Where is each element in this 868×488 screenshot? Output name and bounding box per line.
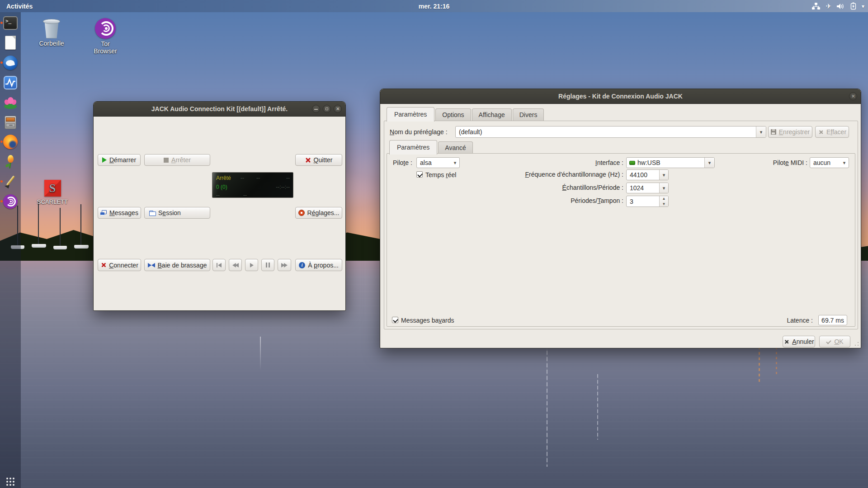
midi-driver-value: aucun bbox=[810, 159, 840, 166]
airplane-mode-icon: ✈ bbox=[826, 3, 831, 9]
messages-button[interactable]: Messages bbox=[98, 207, 141, 219]
status-display: Arrêté -- -- -- 0 (0) --:--:-- -- -- bbox=[212, 172, 293, 198]
trash-icon bbox=[42, 18, 61, 40]
transport-rewind-button[interactable] bbox=[229, 259, 242, 271]
patchbay-button[interactable]: Baie de brassage bbox=[144, 259, 210, 271]
maximize-button[interactable] bbox=[323, 105, 331, 113]
tab-divers[interactable]: Divers bbox=[513, 108, 544, 121]
realtime-checkbox[interactable] bbox=[416, 171, 423, 178]
ok-button[interactable]: OK bbox=[819, 336, 850, 347]
running-indicator bbox=[0, 61, 3, 64]
stop-button[interactable]: Arrêter bbox=[144, 154, 210, 166]
session-folder-icon bbox=[149, 211, 156, 216]
interface-label: Interface : bbox=[569, 159, 623, 166]
show-applications-button[interactable] bbox=[6, 478, 14, 486]
periods-spinbox[interactable]: 3 ▲ ▼ bbox=[626, 196, 669, 207]
chevron-down-icon[interactable]: ▾ bbox=[704, 158, 714, 168]
tab-affichage[interactable]: Affichage bbox=[472, 108, 512, 121]
dock-item-lotus-app[interactable] bbox=[3, 95, 18, 110]
quit-button[interactable]: Quitter bbox=[295, 154, 342, 166]
frames-label: Échantillons/Période : bbox=[502, 184, 623, 191]
close-button[interactable]: × bbox=[849, 92, 857, 100]
sailboat-mast bbox=[38, 201, 39, 246]
lotus-icon bbox=[3, 95, 18, 110]
dock-item-file-cabinet[interactable] bbox=[3, 115, 18, 130]
jack-window-titlebar[interactable]: JACK Audio Connection Kit [(default)] Ar… bbox=[94, 102, 345, 117]
scarlett-label: SCARLETT bbox=[36, 198, 69, 205]
transport-skip-backward-button[interactable] bbox=[212, 259, 226, 271]
tor-label-line2: Browser bbox=[89, 47, 122, 55]
desktop-icon-trash[interactable]: Corbeille bbox=[33, 18, 70, 47]
dock-item-terminal[interactable]: >_ bbox=[3, 16, 18, 30]
chevron-down-icon[interactable]: ▾ bbox=[451, 158, 459, 168]
subtab-parametres[interactable]: Paramètres bbox=[389, 140, 437, 155]
transport-fast-forward-button[interactable] bbox=[278, 259, 291, 271]
transport-play-button[interactable] bbox=[245, 259, 258, 271]
frames-select[interactable]: 1024 ▾ bbox=[626, 183, 669, 193]
boat-hull bbox=[53, 246, 67, 249]
desktop-icon-scarlett[interactable]: S SCARLETT bbox=[36, 180, 69, 205]
chevron-down-icon[interactable]: ▾ bbox=[659, 170, 668, 180]
chevron-down-icon[interactable]: ▾ bbox=[659, 183, 668, 193]
settings-button[interactable]: Réglages... bbox=[295, 207, 342, 219]
subtab-avance[interactable]: Avancé bbox=[438, 141, 472, 154]
tab-options[interactable]: Options bbox=[435, 108, 471, 121]
messages-button-label: Messages bbox=[109, 209, 138, 216]
periods-value: 3 bbox=[627, 196, 659, 206]
transport-pause-button[interactable] bbox=[261, 259, 274, 271]
latency-label: Latence : bbox=[768, 317, 813, 324]
dock-item-tor-browser[interactable] bbox=[3, 194, 18, 209]
save-icon bbox=[771, 129, 776, 135]
quit-button-label: Quitter bbox=[313, 156, 332, 164]
dock-item-libreoffice[interactable] bbox=[3, 36, 18, 50]
spin-up-icon[interactable]: ▲ bbox=[660, 196, 668, 202]
close-button[interactable]: × bbox=[334, 105, 342, 113]
about-button[interactable]: i À propos... bbox=[295, 259, 342, 271]
dock-item-thunderbird[interactable] bbox=[3, 56, 18, 70]
minimize-button[interactable] bbox=[312, 105, 320, 113]
dock-item-rose-app[interactable] bbox=[3, 155, 18, 169]
spin-down-icon[interactable]: ▼ bbox=[660, 202, 668, 207]
network-icon bbox=[811, 2, 821, 10]
patchbay-button-label: Baie de brassage bbox=[158, 262, 207, 269]
trash-label: Corbeille bbox=[33, 40, 70, 47]
tab-parametres[interactable]: Paramètres bbox=[387, 107, 434, 122]
midi-driver-select[interactable]: aucun ▾ bbox=[810, 157, 849, 168]
chevron-down-icon[interactable]: ▾ bbox=[840, 158, 849, 168]
chevron-down-icon[interactable]: ▾ bbox=[756, 127, 766, 137]
dock-item-firefox[interactable] bbox=[3, 135, 18, 149]
document-icon bbox=[5, 36, 16, 50]
quit-icon bbox=[305, 157, 311, 163]
mast-reflection bbox=[547, 338, 547, 467]
pause-icon bbox=[266, 263, 270, 267]
dock-item-audio-monitor[interactable] bbox=[3, 75, 18, 90]
interface-select[interactable]: hw:USB ▾ bbox=[626, 157, 715, 168]
driver-select[interactable]: alsa ▾ bbox=[416, 157, 460, 168]
connect-icon bbox=[101, 263, 106, 268]
samplerate-select[interactable]: 44100 ▾ bbox=[626, 169, 669, 180]
clock[interactable]: mer. 21:16 bbox=[0, 3, 868, 10]
preset-select[interactable]: (default) ▾ bbox=[455, 126, 766, 138]
cancel-button[interactable]: Annuler bbox=[783, 336, 815, 347]
terminal-icon: >_ bbox=[3, 16, 18, 30]
settings-window-titlebar[interactable]: Réglages - Kit de Connexion Audio JACK × bbox=[380, 89, 861, 104]
periods-label: Périodes/Tampon : bbox=[502, 197, 623, 204]
display-dash: -- bbox=[243, 192, 247, 198]
verbose-checkbox[interactable] bbox=[392, 317, 398, 323]
delete-preset-button[interactable]: Effacer bbox=[815, 126, 849, 138]
tor-label-line1: Tor bbox=[89, 40, 122, 47]
subtab-page-frame bbox=[387, 153, 855, 327]
dock-item-pen-app[interactable] bbox=[3, 174, 18, 189]
resize-grip[interactable] bbox=[854, 341, 859, 347]
jack-window-title: JACK Audio Connection Kit [(default)] Ar… bbox=[151, 105, 288, 113]
desktop-icon-tor-browser[interactable]: Tor Browser bbox=[89, 18, 122, 55]
system-tray-menu[interactable]: ✈ ▾ bbox=[811, 0, 864, 12]
chevron-down-icon: ▾ bbox=[862, 4, 864, 9]
interface-value: hw:USB bbox=[635, 159, 704, 166]
midi-driver-label: Pilote MIDI : bbox=[742, 159, 807, 166]
session-button[interactable]: Session bbox=[144, 207, 210, 219]
save-preset-button[interactable]: Enregistrer bbox=[768, 126, 812, 138]
start-button[interactable]: Démarrer bbox=[98, 154, 141, 166]
display-status: Arrêté bbox=[216, 175, 231, 181]
connect-button[interactable]: Connecter bbox=[98, 259, 141, 271]
